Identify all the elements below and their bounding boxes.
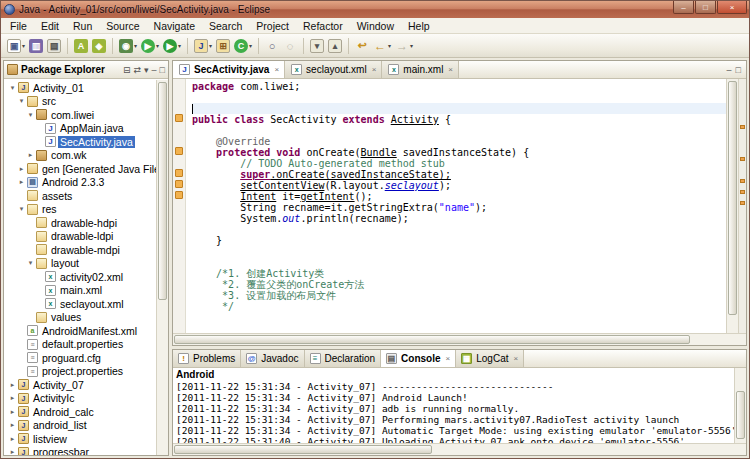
editor-tab-main-xml[interactable]: xmain.xml× xyxy=(382,61,459,78)
close-tab-icon[interactable]: × xyxy=(446,354,451,363)
view-tab-javadoc[interactable]: @Javadoc xyxy=(241,350,304,367)
tree-collapsed-arrow-icon[interactable]: ▸ xyxy=(8,408,17,416)
dropdown-arrow-icon[interactable]: ▾ xyxy=(178,42,181,49)
tree-collapsed-arrow-icon[interactable]: ▸ xyxy=(8,421,17,429)
close-button[interactable]: × xyxy=(717,1,747,14)
dropdown-arrow-icon[interactable]: ▾ xyxy=(134,42,137,49)
editor-tab-seclayout-xml[interactable]: xseclayout.xml× xyxy=(285,61,382,78)
tree-item-drawable-hdpi[interactable]: drawable-hdpi xyxy=(5,216,155,230)
close-tab-icon[interactable]: × xyxy=(372,65,377,74)
console-hscrollbar-thumb[interactable] xyxy=(174,445,432,454)
editor-scrollbar-thumb[interactable] xyxy=(728,81,737,315)
maximize-view-icon[interactable]: □ xyxy=(736,65,741,75)
tree-expanded-arrow-icon[interactable]: ▾ xyxy=(8,84,17,92)
warning-marker-icon[interactable] xyxy=(175,191,183,199)
tree-collapsed-arrow-icon[interactable]: ▸ xyxy=(8,435,17,443)
run-button[interactable]: ▶▾ xyxy=(139,36,161,56)
tree-item-proguard-cfg[interactable]: ≡proguard.cfg xyxy=(5,351,155,365)
tree-expanded-arrow-icon[interactable]: ▾ xyxy=(26,111,35,119)
tree-item-secactivity-java[interactable]: JSecActivity.java xyxy=(5,135,155,149)
overview-marker-icon[interactable] xyxy=(740,190,745,194)
tree-collapsed-arrow-icon[interactable]: ▸ xyxy=(17,165,26,173)
tree-item-listview[interactable]: ▸Jlistview xyxy=(5,432,155,446)
code-area[interactable]: package com.liwei;public class SecActivi… xyxy=(186,79,726,333)
tree-item-androidmanifest-xml[interactable]: aAndroidManifest.xml xyxy=(5,324,155,338)
overview-ruler[interactable] xyxy=(738,79,746,333)
explorer-scrollbar-thumb[interactable] xyxy=(158,82,167,300)
tree-item-activity02-xml[interactable]: xactivity02.xml xyxy=(5,270,155,284)
tree-item-main-xml[interactable]: xmain.xml xyxy=(5,284,155,298)
view-tab-problems[interactable]: !Problems xyxy=(173,350,241,367)
new-wizard-button[interactable]: ▣▾ xyxy=(5,36,27,56)
maximize-view-icon[interactable]: □ xyxy=(160,65,165,75)
tree-item-progressbar[interactable]: ▸Jprogressbar xyxy=(5,446,155,456)
console-output[interactable]: Android [2011-11-22 15:31:34 - Activity_… xyxy=(173,368,734,443)
maximize-button[interactable]: □ xyxy=(695,1,716,14)
open-element-button[interactable]: ◌ xyxy=(281,36,299,56)
tree-item-com-wk[interactable]: ▸com.wk xyxy=(5,149,155,163)
menu-navigate[interactable]: Navigate xyxy=(147,19,202,33)
menu-project[interactable]: Project xyxy=(249,19,296,33)
editor-tab-secactivity-java[interactable]: JSecActivity.java× xyxy=(173,61,285,78)
overview-marker-icon[interactable] xyxy=(740,179,745,183)
overview-marker-icon[interactable] xyxy=(740,157,745,161)
tree-item-appmain-java[interactable]: JAppMain.java xyxy=(5,122,155,136)
android-sdk-manager-button[interactable]: ◈ xyxy=(90,36,108,56)
tree-collapsed-arrow-icon[interactable]: ▸ xyxy=(17,178,26,186)
tree-collapsed-arrow-icon[interactable]: ▸ xyxy=(8,448,17,455)
last-edit-location-button[interactable]: ↩ xyxy=(353,36,371,56)
tree-collapsed-arrow-icon[interactable]: ▸ xyxy=(26,151,35,159)
menu-source[interactable]: Source xyxy=(99,19,146,33)
print-button[interactable]: ▤ xyxy=(45,36,63,56)
tree-item-layout[interactable]: ▾layout xyxy=(5,257,155,271)
tree-expanded-arrow-icon[interactable]: ▾ xyxy=(17,205,26,213)
next-annotation-button[interactable]: ▾ xyxy=(308,36,326,56)
tree-item-src[interactable]: ▾src xyxy=(5,95,155,109)
tree-item-activityic[interactable]: ▸JActivityIc xyxy=(5,392,155,406)
tree-item-com-liwei[interactable]: ▾com.liwei xyxy=(5,108,155,122)
menu-help[interactable]: Help xyxy=(401,19,437,33)
tree-expanded-arrow-icon[interactable]: ▾ xyxy=(17,97,26,105)
tree-item-gen-generated-java-files-[interactable]: ▸gen [Generated Java Files] xyxy=(5,162,155,176)
dropdown-arrow-icon[interactable]: ▾ xyxy=(410,42,413,49)
forward-button[interactable]: →▾ xyxy=(393,36,415,56)
tree-item-res[interactable]: ▾res xyxy=(5,203,155,217)
dropdown-arrow-icon[interactable]: ▾ xyxy=(209,42,212,49)
console-scrollbar-thumb[interactable] xyxy=(736,391,745,440)
dropdown-arrow-icon[interactable]: ▾ xyxy=(22,42,25,49)
menu-search[interactable]: Search xyxy=(202,19,249,33)
view-tab-console[interactable]: ▤Console× xyxy=(381,350,456,367)
tree-expanded-arrow-icon[interactable]: ▾ xyxy=(26,259,35,267)
tree-item-drawable-ldpi[interactable]: drawable-ldpi xyxy=(5,230,155,244)
editor-hscrollbar-thumb[interactable] xyxy=(174,335,690,344)
tree-item-activity-01[interactable]: ▾JActivity_01 xyxy=(5,81,155,95)
close-tab-icon[interactable]: × xyxy=(274,65,279,74)
minimize-button[interactable]: – xyxy=(673,1,694,14)
dropdown-arrow-icon[interactable]: ▾ xyxy=(156,42,159,49)
new-class-button[interactable]: C▾ xyxy=(232,36,254,56)
collapse-all-icon[interactable]: ⊟ xyxy=(123,65,131,75)
close-tab-icon[interactable]: × xyxy=(513,354,518,363)
menu-file[interactable]: File xyxy=(3,19,34,33)
tree-collapsed-arrow-icon[interactable]: ▸ xyxy=(8,394,17,402)
warning-marker-icon[interactable] xyxy=(175,147,183,155)
minimize-view-icon[interactable]: – xyxy=(152,65,157,75)
explorer-scrollbar[interactable] xyxy=(156,80,168,455)
tree-item-drawable-mdpi[interactable]: drawable-mdpi xyxy=(5,243,155,257)
minimize-view-icon[interactable]: – xyxy=(727,65,732,75)
dropdown-arrow-icon[interactable]: ▾ xyxy=(388,42,391,49)
overview-marker-icon[interactable] xyxy=(740,125,745,129)
console-scrollbar[interactable] xyxy=(734,368,746,443)
warning-marker-icon[interactable] xyxy=(175,169,183,177)
save-button[interactable]: ▥ xyxy=(27,36,45,56)
run-external-tools-button[interactable]: ▶▾ xyxy=(161,36,183,56)
tree-collapsed-arrow-icon[interactable]: ▸ xyxy=(8,381,17,389)
editor-scrollbar[interactable] xyxy=(726,79,738,333)
menu-edit[interactable]: Edit xyxy=(34,19,66,33)
view-tab-logcat[interactable]: ▦LogCat× xyxy=(456,350,524,367)
new-android-project-button[interactable]: A xyxy=(72,36,90,56)
warning-marker-icon[interactable] xyxy=(175,114,183,122)
tree-item-assets[interactable]: assets xyxy=(5,189,155,203)
tree-item-seclayout-xml[interactable]: xseclayout.xml xyxy=(5,297,155,311)
editor-hscrollbar[interactable] xyxy=(173,333,746,345)
